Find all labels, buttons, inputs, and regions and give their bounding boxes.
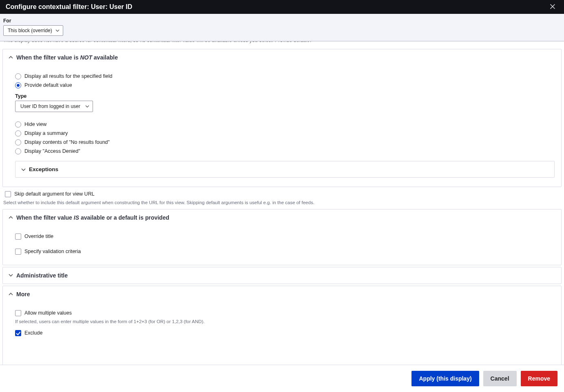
section-not-available-body: Display all results for the specified fi… (3, 66, 561, 187)
type-select[interactable]: User ID from logged in user (15, 101, 93, 112)
radio-no-results: Display contents of "No results found" (15, 139, 555, 145)
section-not-available: When the filter value is NOT available D… (2, 49, 562, 187)
radio-hide-view-label[interactable]: Hide view (24, 121, 46, 127)
specify-validation-checkbox[interactable] (15, 249, 21, 255)
type-label: Type (15, 93, 555, 99)
radio-access-denied-input[interactable] (15, 148, 21, 154)
override-title-row: Override title (15, 233, 555, 240)
modal-wrapper: Configure contextual filter: User: User … (0, 0, 564, 392)
modal-title: Configure contextual filter: User: User … (6, 3, 132, 11)
section-more-summary[interactable]: More (3, 286, 561, 302)
override-title-checkbox[interactable] (15, 233, 21, 240)
for-select[interactable]: This block (override) (3, 25, 63, 36)
radio-display-all-input[interactable] (15, 73, 21, 79)
chevron-down-icon (21, 166, 26, 172)
for-label: For (3, 18, 558, 24)
radio-display-summary: Display a summary (15, 130, 555, 137)
section-admin-title-label: Administrative title (16, 272, 68, 279)
section-is-label-em: IS (74, 214, 79, 221)
footer-bar: Apply (this display) Cancel Remove (0, 365, 564, 392)
section-more: More Allow multiple values If selected, … (2, 286, 562, 365)
title-bar: Configure contextual filter: User: User … (0, 0, 564, 14)
skip-default-help: Select whether to include this default a… (3, 200, 561, 205)
close-icon[interactable] (547, 2, 558, 12)
remove-button[interactable]: Remove (521, 371, 557, 386)
for-select-value: This block (override) (8, 28, 52, 33)
radio-hide-view: Hide view (15, 121, 555, 128)
section-is-available-summary[interactable]: When the filter value IS available or a … (3, 209, 561, 226)
section-is-label-post: available or a default is provided (79, 214, 169, 221)
radio-hide-view-input[interactable] (15, 121, 21, 128)
exclude-label[interactable]: Exclude (24, 330, 42, 336)
apply-button[interactable]: Apply (this display) (411, 371, 479, 386)
radio-display-summary-label[interactable]: Display a summary (24, 130, 68, 136)
radio-provide-default: Provide default value (15, 82, 555, 88)
chevron-down-icon (9, 56, 13, 59)
radio-no-results-label[interactable]: Display contents of "No results found" (24, 139, 110, 145)
radio-access-denied-label[interactable]: Display "Access Denied" (24, 148, 80, 154)
radio-display-all-label[interactable]: Display all results for the specified fi… (24, 73, 112, 79)
override-title-label[interactable]: Override title (24, 233, 53, 239)
exceptions-summary[interactable]: Exceptions (15, 161, 554, 177)
exclude-row: Exclude (15, 330, 555, 336)
section-is-available: When the filter value IS available or a … (2, 209, 562, 265)
section-label-pre: When the filter value is (16, 54, 80, 61)
radio-provide-default-label[interactable]: Provide default value (24, 82, 72, 88)
specify-validation-row: Specify validation criteria (15, 249, 555, 255)
section-more-body: Allow multiple values If selected, users… (3, 302, 561, 365)
exceptions-label: Exceptions (29, 166, 58, 172)
type-select-value: User ID from logged in user (20, 104, 80, 109)
allow-multiple-help: If selected, users can enter multiple va… (15, 319, 555, 324)
skip-default-row: Skip default argument for view URL (5, 191, 561, 197)
allow-multiple-label[interactable]: Allow multiple values (24, 310, 72, 316)
skip-default-block: Skip default argument for view URL Selec… (3, 191, 561, 205)
chevron-down-icon (9, 216, 13, 219)
source-notice: This display does not have a source for … (2, 41, 562, 47)
section-admin-title-summary[interactable]: Administrative title (3, 267, 561, 284)
section-label-em: NOT (80, 54, 92, 61)
chevron-down-icon (9, 293, 13, 295)
radio-access-denied: Display "Access Denied" (15, 148, 555, 154)
skip-default-label[interactable]: Skip default argument for view URL (14, 191, 95, 197)
exceptions-section: Exceptions (15, 161, 555, 178)
for-bar: For This block (override) (0, 14, 564, 41)
cancel-button[interactable]: Cancel (483, 371, 517, 386)
skip-default-checkbox[interactable] (5, 191, 11, 197)
specify-validation-label[interactable]: Specify validation criteria (24, 249, 81, 254)
exclude-checkbox[interactable] (15, 330, 21, 336)
section-is-available-body: Override title Specify validation criter… (3, 226, 561, 265)
radio-no-results-input[interactable] (15, 139, 21, 145)
section-not-available-summary[interactable]: When the filter value is NOT available (3, 49, 561, 66)
radio-display-summary-input[interactable] (15, 130, 21, 137)
section-is-label-pre: When the filter value (16, 214, 74, 221)
chevron-down-icon (55, 29, 60, 32)
section-more-label: More (16, 291, 30, 297)
chevron-down-icon (9, 274, 13, 277)
content-scroll[interactable]: This display does not have a source for … (0, 41, 564, 365)
section-label-post: available (92, 54, 118, 61)
radio-display-all: Display all results for the specified fi… (15, 73, 555, 79)
allow-multiple-checkbox[interactable] (15, 310, 21, 316)
section-admin-title: Administrative title (2, 267, 562, 284)
allow-multiple-row: Allow multiple values (15, 310, 555, 316)
chevron-down-icon (85, 105, 89, 108)
radio-provide-default-input[interactable] (15, 82, 21, 88)
